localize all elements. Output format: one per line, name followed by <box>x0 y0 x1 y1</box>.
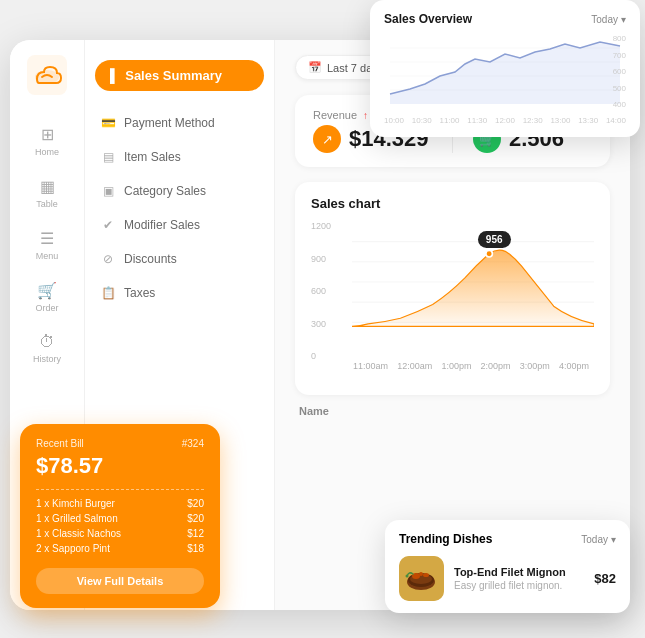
chart-tooltip: 956 <box>478 231 511 248</box>
bill-item-4: 2 x Sapporo Pint $18 <box>36 543 204 554</box>
calendar-icon: 📅 <box>308 61 322 74</box>
history-icon: ⏱ <box>39 333 55 351</box>
dish-info: Top-End Filet Mignon Easy grilled filet … <box>454 566 566 591</box>
chart-area: 1200 900 600 300 0 956 <box>311 221 594 381</box>
menu-item-modifier-sales[interactable]: ✔ Modifier Sales <box>85 208 274 242</box>
trending-item-1: Top-End Filet Mignon Easy grilled filet … <box>399 556 616 601</box>
item-sales-icon: ▤ <box>100 149 116 165</box>
chart-section: Sales chart 1200 900 600 300 0 956 <box>295 182 610 395</box>
dish-image <box>399 556 444 601</box>
bill-header: Recent Bill #324 <box>36 438 204 449</box>
svg-point-17 <box>423 573 429 577</box>
chart-x-labels: 11:00am 12:00am 1:00pm 2:00pm 3:00pm 4:0… <box>311 361 594 371</box>
order-icon: 🛒 <box>37 281 57 300</box>
bill-item-3: 1 x Classic Nachos $12 <box>36 528 204 539</box>
logo <box>27 55 67 95</box>
sidebar-item-table[interactable]: ▦ Table <box>10 167 84 219</box>
menu-item-item-sales[interactable]: ▤ Item Sales <box>85 140 274 174</box>
menu-item-category-sales[interactable]: ▣ Category Sales <box>85 174 274 208</box>
bottom-section: Name <box>295 405 610 417</box>
recent-bill-card: Recent Bill #324 $78.57 1 x Kimchi Burge… <box>20 424 220 608</box>
view-full-details-button[interactable]: View Full Details <box>36 568 204 594</box>
payment-icon: 💳 <box>100 115 116 131</box>
menu-item-taxes[interactable]: 📋 Taxes <box>85 276 274 310</box>
chart-title: Sales chart <box>311 196 594 211</box>
trending-dishes-card: Trending Dishes Today ▾ Top-End <box>385 520 630 613</box>
menu-item-discounts[interactable]: ⊘ Discounts <box>85 242 274 276</box>
chevron-down-icon: ▾ <box>611 534 616 545</box>
menu-item-payment-method[interactable]: 💳 Payment Method <box>85 106 274 140</box>
revenue-icon: ↗ <box>313 125 341 153</box>
dish-price: $82 <box>594 571 616 586</box>
category-icon: ▣ <box>100 183 116 199</box>
table-icon: ▦ <box>40 177 55 196</box>
bill-item-2: 1 x Grilled Salmon $20 <box>36 513 204 524</box>
overview-x-labels: 10:00 10:30 11:00 11:30 12:00 12:30 13:0… <box>384 116 626 125</box>
svg-point-19 <box>406 575 409 578</box>
sidebar-item-home[interactable]: ⊞ Home <box>10 115 84 167</box>
sales-summary-active[interactable]: ▌ Sales Summary <box>95 60 264 91</box>
bill-amount: $78.57 <box>36 453 204 479</box>
overview-y-labels: 800 700 600 500 400 <box>613 34 626 109</box>
sales-overview-title: Sales Overview <box>384 12 472 26</box>
modifier-icon: ✔ <box>100 217 116 233</box>
bar-chart-icon: ▌ <box>110 68 119 83</box>
sidebar-item-menu[interactable]: ☰ Menu <box>10 219 84 271</box>
svg-point-11 <box>486 251 492 257</box>
taxes-icon: 📋 <box>100 285 116 301</box>
overview-chart: 800 700 600 500 400 <box>384 34 626 114</box>
trending-period[interactable]: Today ▾ <box>581 534 616 545</box>
sidebar-item-order[interactable]: 🛒 Order <box>10 271 84 323</box>
trending-title: Trending Dishes <box>399 532 492 546</box>
bill-item-1: 1 x Kimchi Burger $20 <box>36 498 204 509</box>
sales-overview-card: Sales Overview Today ▾ 800 700 600 500 4… <box>370 0 640 137</box>
sidebar-item-history[interactable]: ⏱ History <box>10 323 84 374</box>
menu-icon: ☰ <box>40 229 54 248</box>
svg-point-18 <box>419 572 423 576</box>
discounts-icon: ⊘ <box>100 251 116 267</box>
chevron-down-icon: ▾ <box>621 14 626 25</box>
home-icon: ⊞ <box>41 125 54 144</box>
sales-overview-period[interactable]: Today ▾ <box>591 14 626 25</box>
trending-header: Trending Dishes Today ▾ <box>399 532 616 546</box>
